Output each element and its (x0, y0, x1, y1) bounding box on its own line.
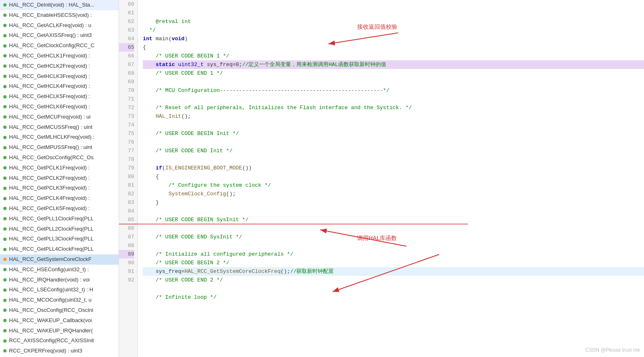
sidebar-item[interactable]: HAL_RCC_GetHCLK2Freq(void) : (0, 61, 119, 71)
sidebar-item-label: HAL_RCC_GetMPUSSFreq() : uint (9, 143, 92, 152)
sidebar-item-label: HAL_RCC_WAKEUP_Callback(voi (9, 316, 92, 325)
sidebar-item[interactable]: HAL_RCC_GetHCLK5Freq(void) : (0, 92, 119, 102)
line-number: 81 (119, 181, 134, 190)
sidebar-item-label: HAL_RCC_GetPLL1ClockFreq(PLL (9, 215, 94, 223)
sidebar-item[interactable]: HAL_RCC_DeInit(void) : HAL_Sta... (0, 0, 119, 10)
sidebar-item[interactable]: HAL_RCC_GetACLKFreq(void) : u (0, 21, 119, 31)
sidebar-item-label: HAL_RCC_OscConfig(RCC_OscIni (9, 306, 93, 315)
code-line: SystemClock_Config(); (143, 190, 644, 198)
sidebar-item[interactable]: HAL_RCC_GetPCLK4Freq(void) : (0, 193, 119, 204)
line-number: 75 (119, 129, 134, 138)
sidebar-item-label: HAL_RCC_GetClockConfig(RCC_C (9, 41, 94, 50)
line-number: 69 (119, 78, 134, 86)
sidebar-item[interactable]: HAL_RCC_MCOConfig(uint32_t, u (0, 295, 119, 305)
sidebar-item[interactable]: HAL_RCC_GetHCLK4Freq(void) : (0, 81, 119, 92)
code-line (143, 121, 644, 129)
line-number: 92 (119, 276, 134, 284)
sidebar-item[interactable]: HAL_RCC_EnableHSECSS(void) : (0, 10, 119, 21)
code-line: /* USER CODE BEGIN 2 */ (143, 259, 644, 267)
line-number: 83 (119, 198, 134, 207)
sidebar-dot-icon (3, 166, 7, 169)
sidebar-item[interactable]: HAL_RCC_LSEConfig(uint32_t) : H (0, 285, 119, 295)
code-line: static uint32_t sys_freq=0;//定义一个全局变量，用来… (143, 60, 644, 69)
sidebar-item[interactable]: HAL_RCC_GetClockConfig(RCC_C (0, 41, 119, 51)
line-number: 64 (119, 34, 134, 43)
code-line (143, 224, 644, 233)
line-number: 66 (119, 52, 134, 60)
sidebar-dot-icon (3, 115, 7, 119)
sidebar-item[interactable]: HAL_RCC_GetPLL4ClockFreq(PLL (0, 244, 119, 254)
sidebar-item[interactable]: HAL_RCC_GetOscConfig(RCC_Os (0, 153, 119, 163)
sidebar-item-label: HAL_RCC_DeInit(void) : HAL_Sta... (9, 1, 94, 9)
sidebar-item[interactable]: HAL_RCC_GetMLHCLKFreq(void) : (0, 132, 119, 142)
line-number: 70 (119, 86, 134, 95)
code-line: if(IS_ENGINEERING_BOOT_MODE()) (143, 164, 644, 172)
sidebar-item[interactable]: HAL_RCC_GetPCLK1Freq(void) : (0, 163, 119, 173)
code-line: /* USER CODE BEGIN 1 */ (143, 52, 644, 60)
sidebar-item[interactable]: HAL_RCC_GetAXISSFreq() : uint3 (0, 30, 119, 41)
line-number: 62 (119, 17, 134, 26)
line-number: 72 (119, 103, 134, 112)
sidebar-item[interactable]: HAL_RCC_GetPLL3ClockFreq(PLL (0, 234, 119, 244)
sidebar-item-label: HAL_RCC_GetMCUFreq(void) : ui (9, 113, 91, 121)
sidebar-dot-icon (3, 64, 7, 68)
code-line (143, 241, 644, 250)
sidebar-dot-icon (3, 126, 7, 129)
sidebar-item[interactable]: HAL_RCC_GetPLL1ClockFreq(PLL (0, 214, 119, 224)
sidebar-dot-icon (3, 227, 7, 231)
code-line: @retval int (143, 17, 644, 26)
sidebar-dot-icon (3, 75, 7, 78)
sidebar-dot-icon (3, 258, 7, 261)
line-number: 73 (119, 112, 134, 121)
sidebar-dot-icon (3, 248, 7, 251)
sidebar-item-label: HAL_RCC_GetPCLK3Freq(void) : (9, 184, 90, 192)
sidebar-item[interactable]: HAL_RCC_IRQHandler(void) : voi (0, 275, 119, 285)
sidebar-item[interactable]: HAL_RCC_GetPCLK5Freq(void) : (0, 204, 119, 214)
sidebar-item[interactable]: HAL_RCC_HSEConfig(uint32_t) : (0, 265, 119, 275)
code-line: /* Reset of all peripherals, Initializes… (143, 103, 644, 112)
sidebar-item[interactable]: HAL_RCC_WAKEUP_IRQHandler( (0, 326, 119, 336)
sidebar-dot-icon (3, 278, 7, 281)
sidebar-item[interactable]: HAL_RCC_GetPLL2ClockFreq(PLL (0, 224, 119, 234)
sidebar-item-label: HAL_RCC_IRQHandler(void) : voi (9, 276, 90, 284)
sidebar-item[interactable]: HAL_RCC_GetHCLK3Freq(void) : (0, 71, 119, 82)
sidebar-dot-icon (3, 54, 7, 57)
sidebar-item[interactable]: HAL_RCC_GetPCLK2Freq(void) : (0, 173, 119, 183)
sidebar-item-label: HAL_RCC_GetSystemCoreClockF (9, 255, 92, 264)
sidebar-item[interactable]: HAL_RCC_OscConfig(RCC_OscIni (0, 305, 119, 316)
code-line: /* Initialize all configured peripherals… (143, 250, 644, 259)
sidebar-dot-icon (3, 24, 7, 27)
main-content: 6061626364656667686970717273747576777879… (119, 0, 644, 357)
sidebar-item[interactable]: RCC_AXISSConfig(RCC_AXISSInit (0, 336, 119, 346)
sidebar-item-label: HAL_RCC_GetPCLK5Freq(void) : (9, 204, 90, 213)
sidebar-item[interactable]: HAL_RCC_GetMCUFreq(void) : ui (0, 112, 119, 122)
sidebar-dot-icon (3, 3, 7, 7)
sidebar[interactable]: HAL_RCC_DeInit(void) : HAL_Sta...HAL_RCC… (0, 0, 119, 357)
sidebar-item-label: HAL_RCC_GetHCLK6Freq(void) : (9, 103, 90, 111)
sidebar-dot-icon (3, 34, 7, 37)
sidebar-dot-icon (3, 156, 7, 159)
line-number: 91 (119, 267, 134, 276)
sidebar-item-label: HAL_RCC_EnableHSECSS(void) : (9, 11, 92, 20)
sidebar-item[interactable]: HAL_RCC_GetHCLK6Freq(void) : (0, 102, 119, 112)
sidebar-item[interactable]: HAL_RCC_GetMCUSSFreq() : uint (0, 122, 119, 133)
sidebar-item[interactable]: HAL_RCC_GetSystemCoreClockF (0, 254, 119, 265)
code-line: /* MCU Configuration--------------------… (143, 86, 644, 95)
sidebar-item-label: HAL_RCC_GetPCLK1Freq(void) : (9, 164, 90, 172)
sidebar-dot-icon (3, 349, 7, 352)
sidebar-item-label: HAL_RCC_GetMCUSSFreq() : uint (9, 123, 92, 132)
line-number: 79 (119, 164, 134, 172)
sidebar-item[interactable]: HAL_RCC_GetMPUSSFreq() : uint (0, 142, 119, 153)
code-area[interactable]: 6061626364656667686970717273747576777879… (119, 0, 644, 357)
sidebar-item[interactable]: RCC_CKPERFreq(void) : uint3 (0, 346, 119, 356)
sidebar-item-label: HAL_RCC_GetMLHCLKFreq(void) : (9, 133, 94, 142)
line-number: 67 (119, 60, 134, 69)
code-line: /* USER CODE END SysInit */ (143, 233, 644, 241)
sidebar-item[interactable]: HAL_RCC_GetPCLK3Freq(void) : (0, 183, 119, 193)
sidebar-item[interactable]: HAL_RCC_GetHCLK1Freq(void) : (0, 51, 119, 61)
sidebar-item-label: HAL_RCC_GetPLL3ClockFreq(PLL (9, 235, 94, 243)
sidebar-item-label: RCC_CKPERFreq(void) : uint3 (9, 347, 82, 355)
sidebar-item[interactable]: HAL_RCC_WAKEUP_Callback(voi (0, 316, 119, 326)
line-number: 80 (119, 172, 134, 181)
sidebar-item-label: HAL_RCC_MCOConfig(uint32_t, u (9, 296, 92, 304)
